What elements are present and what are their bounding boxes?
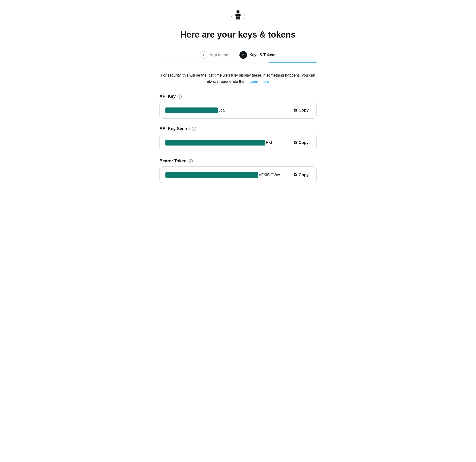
active-tab-indicator [269, 62, 316, 63]
svg-point-1 [244, 15, 245, 16]
step-2-label: Keys & Tokens [249, 53, 277, 57]
api-key-secret-label: API Key Secret i [160, 126, 316, 131]
api-key-label: API Key i [160, 94, 316, 99]
content-area: For security, this will be the last time… [160, 72, 316, 183]
bearer-token-label: Bearer Token i [160, 159, 316, 164]
api-key-box: 3da ⧉ Copy [160, 102, 316, 119]
api-key-copy-button[interactable]: ⧉ Copy [292, 107, 311, 114]
step-app-name[interactable]: 1 App name [194, 47, 234, 63]
copy-icon-api-key-secret: ⧉ [294, 140, 297, 145]
bearer-token-value-area: VFKfBiOWw... [165, 172, 288, 178]
bearer-token-suffix: VFKfBiOWw... [259, 173, 283, 177]
step-1-circle: 1 [200, 51, 207, 59]
bearer-token-info-icon[interactable]: i [188, 159, 193, 163]
copy-icon-bearer-token: ⧉ [294, 172, 297, 177]
steps-container: 1 App name 2 Keys & Tokens [160, 47, 316, 63]
copy-icon-api-key: ⧉ [294, 108, 297, 113]
keys-tokens-icon [229, 9, 247, 24]
security-note: For security, this will be the last time… [160, 72, 316, 84]
svg-rect-7 [235, 14, 240, 16]
api-key-secret-value-area: PKI [165, 140, 288, 146]
page-title: Here are your keys & tokens [160, 30, 316, 40]
bearer-token-copy-button[interactable]: ⧉ Copy [292, 172, 311, 178]
tabs-wrapper: 1 App name 2 Keys & Tokens [160, 47, 316, 63]
svg-point-4 [236, 10, 239, 13]
api-key-value-area: 3da [165, 107, 288, 113]
svg-point-3 [243, 18, 244, 19]
bearer-token-box: VFKfBiOWw... ⧉ Copy [160, 166, 316, 183]
api-key-info-icon[interactable]: i [178, 94, 182, 99]
api-key-secret-copy-button[interactable]: ⧉ Copy [292, 139, 311, 146]
svg-rect-8 [235, 16, 240, 16]
svg-point-0 [231, 16, 232, 17]
step-1-label: App name [210, 53, 228, 57]
api-key-secret-info-icon[interactable]: i [192, 127, 196, 131]
api-key-secret-suffix: PKI [266, 140, 272, 145]
header-icon-area [160, 9, 316, 24]
page-container: Here are your keys & tokens 1 App name 2… [155, 0, 321, 205]
bearer-token-redacted [165, 172, 258, 178]
api-key-secret-box: PKI ⧉ Copy [160, 134, 316, 151]
step-2-circle: 2 [239, 51, 247, 59]
step-keys-tokens[interactable]: 2 Keys & Tokens [234, 47, 282, 63]
api-key-redacted [165, 107, 218, 113]
api-key-suffix: 3da [218, 108, 225, 113]
api-key-secret-redacted [165, 140, 265, 146]
learn-more-link[interactable]: Learn more [250, 79, 269, 83]
svg-point-2 [232, 19, 233, 20]
